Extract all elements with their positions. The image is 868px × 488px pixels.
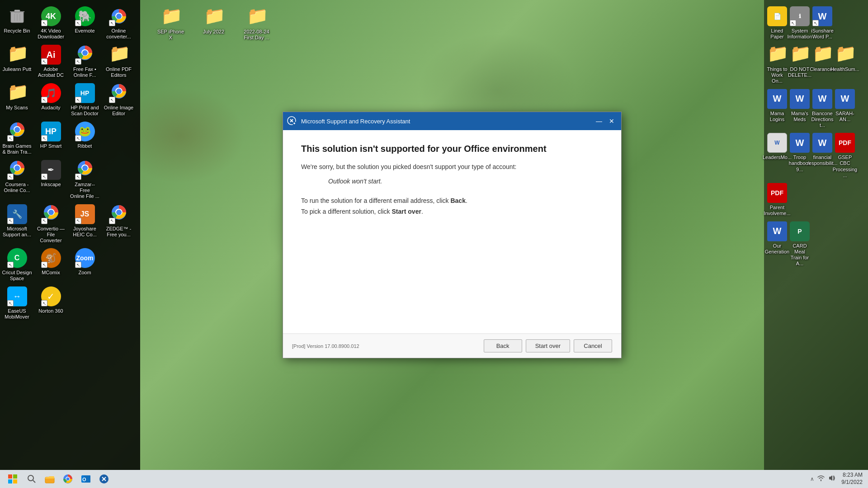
inkscape-icon[interactable]: ✒ ↖ Inkscape (34, 157, 68, 202)
taskbar-search-button[interactable] (24, 471, 40, 487)
lined-paper-icon[interactable]: 📄 Lined Paper (766, 4, 788, 42)
icon-row-6: 🔧 ↖ MicrosoftSupport an... (0, 202, 140, 246)
mamas-meds-doc[interactable]: W Mama's Meds (788, 86, 811, 131)
right-row-5: PDF ParentInvolveme... (766, 180, 866, 219)
ribbet-icon[interactable]: 🐸 ↖ Ribbet (68, 119, 102, 157)
evernote-icon[interactable]: 🐘 ↖ Evernote (68, 4, 102, 42)
dialog-controls: — ✕ (593, 115, 618, 127)
empty-right-6a (811, 219, 834, 269)
date-display: 9/1/2022 (841, 479, 863, 486)
version-text: [Prod] Version 17.00.8900.012 (292, 343, 359, 349)
system-tray: ∧ (810, 474, 836, 483)
zamzar-icon[interactable]: ↖ Zamzar--FreeOnline File ... (68, 157, 102, 202)
dialog-instructions: To run the solution for a different emai… (301, 196, 603, 217)
start-button[interactable] (4, 471, 22, 487)
my-scans-folder[interactable]: 📁 My Scans (0, 80, 34, 119)
joyoshare-icon[interactable]: JS ↖ JoyoshareHEIC Co... (68, 202, 102, 246)
financial-responsibility-doc[interactable]: W financialresponsibilit... (811, 130, 834, 180)
dialog-close-button[interactable]: ✕ (606, 115, 618, 127)
dialog-footer: [Prod] Version 17.00.8900.012 Back Start… (283, 333, 621, 358)
msara-dialog: Microsoft Support and Recovery Assistant… (283, 112, 622, 358)
easeus-icon[interactable]: ↔ ↖ EaseUSMobiMover (0, 284, 34, 322)
taskbar-chrome-button[interactable] (60, 471, 76, 487)
cricut-icon[interactable]: C ↖ Cricut DesignSpace (0, 245, 34, 284)
isunshare-word-icon[interactable]: W ↖ iSunshareWord P... (811, 4, 834, 42)
zedge-icon[interactable]: ↖ ZEDGE™ -Free you... (102, 202, 136, 246)
footer-buttons: Back Start over Cancel (484, 339, 612, 352)
desktop: Recycle Bin 4K ↖ 4K VideoDownloader 🐘 ↖ (0, 0, 868, 470)
wifi-icon[interactable] (817, 474, 825, 483)
tray-expand-icon[interactable]: ∧ (810, 476, 814, 482)
svg-point-11 (82, 50, 88, 56)
back-button[interactable]: Back (484, 339, 522, 352)
empty-right-5a (788, 180, 811, 219)
empty-right-5c (834, 180, 856, 219)
svg-point-14 (116, 89, 122, 94)
empty-slot-5 (102, 157, 136, 202)
card-meal-train-doc[interactable]: P CARD MealTrain for A... (788, 219, 811, 269)
do-not-delete-folder[interactable]: 📁 DO NOTDELETE... (788, 42, 811, 86)
mama-logins-doc[interactable]: W Mama Logins (766, 86, 788, 131)
hp-smart-icon[interactable]: HP ↖ HP Smart (34, 119, 68, 157)
parent-involvement-doc[interactable]: PDF ParentInvolveme... (766, 180, 788, 219)
dialog-heading: This solution isn't supported for your O… (301, 144, 603, 154)
biancone-directions-doc[interactable]: W BianconeDirections t... (811, 86, 834, 131)
empty-slot-8a (68, 284, 102, 322)
right-row-4: W LeadersMo... W Troophandbook 9... W fi… (766, 130, 866, 180)
free-fax-icon[interactable]: ↖ Free Fax •Online F... (68, 42, 102, 80)
msara-title-icon (287, 116, 297, 127)
leaders-mo-doc[interactable]: W LeadersMo... (766, 130, 788, 180)
time-display: 8:23 AM (843, 472, 863, 479)
convertio-icon[interactable]: ↖ Convertio —File Converter (34, 202, 68, 246)
empty-slot-4 (102, 119, 136, 157)
audacity-icon[interactable]: 🎵 ↖ Audacity (34, 80, 68, 119)
julieann-putt-folder[interactable]: 📁 Julieann Putt (0, 42, 34, 80)
dialog-issue: Outlook won't start. (328, 178, 603, 185)
svg-rect-37 (8, 479, 12, 483)
online-converter-icon[interactable]: ↖ Onlineconverter... (102, 4, 136, 42)
svg-point-17 (14, 127, 20, 132)
svg-rect-35 (8, 474, 12, 479)
online-image-editor-icon[interactable]: ↖ Online ImageEditor (102, 80, 136, 119)
hp-scan-doctor-icon[interactable]: HP ↖ HP Print andScan Doctor (68, 80, 102, 119)
start-over-button[interactable]: Start over (526, 339, 570, 352)
brain-games-icon[interactable]: ↖ Brain Games& Brain Tra... (0, 119, 34, 157)
healthsum-folder[interactable]: 📁 HealthSum... (834, 42, 856, 86)
icon-row-7: C ↖ Cricut DesignSpace 🐒 ↖ MComix (0, 245, 140, 284)
system-information-icon[interactable]: ℹ ↖ SystemInformation (788, 4, 811, 42)
empty-right-6b (834, 219, 856, 269)
cancel-button[interactable]: Cancel (574, 339, 612, 352)
4k-video-icon[interactable]: 4K ↖ 4K VideoDownloader (34, 4, 68, 42)
gsep-cbc-doc[interactable]: PDF GSEP CBCProcessing ... (834, 130, 856, 180)
msara-desktop-icon[interactable]: 🔧 ↖ MicrosoftSupport an... (0, 202, 34, 246)
zoom-icon[interactable]: Zoom ↖ Zoom (68, 245, 102, 284)
things-to-work-folder[interactable]: 📁 Things toWork On... (766, 42, 788, 86)
coursera-icon[interactable]: ↖ Coursera -Online Co... (0, 157, 34, 202)
recycle-bin-icon[interactable]: Recycle Bin (0, 4, 34, 42)
clock[interactable]: 8:23 AM 9/1/2022 (840, 472, 864, 486)
svg-point-23 (82, 165, 88, 171)
right-row-2: 📁 Things toWork On... 📁 DO NOTDELETE... … (766, 42, 866, 86)
taskbar: O ∧ (0, 470, 868, 488)
adobe-acrobat-icon[interactable]: Ai ↖ AdobeAcrobat DC (34, 42, 68, 80)
taskbar-outlook-button[interactable]: O (78, 471, 94, 487)
norton-icon[interactable]: ✓ ↖ Norton 360 (34, 284, 68, 322)
dialog-instruction-1: To run the solution for a different emai… (301, 196, 603, 206)
empty-right-5b (811, 180, 834, 219)
our-generation-doc[interactable]: W OurGeneration (766, 219, 788, 269)
taskbar-file-explorer-button[interactable] (42, 471, 58, 487)
empty-slot-7 (102, 245, 136, 284)
taskbar-msara-button[interactable] (96, 471, 112, 487)
empty-right-1 (834, 4, 856, 42)
taskbar-right: ∧ 8:23 AM 9/1/2022 (810, 472, 864, 486)
mcomix-icon[interactable]: 🐒 ↖ MComix (34, 245, 68, 284)
online-pdf-folder[interactable]: 📁 Online PDFEditors (102, 42, 136, 80)
volume-icon[interactable] (828, 474, 836, 483)
svg-rect-36 (13, 474, 17, 479)
right-row-6: W OurGeneration P CARD MealTrain for A..… (766, 219, 866, 269)
svg-text:O: O (82, 477, 86, 482)
clearances-folder[interactable]: 📁 Clearances (811, 42, 834, 86)
sarah-an-doc[interactable]: W SARAH-AN... (834, 86, 856, 131)
dialog-minimize-button[interactable]: — (593, 115, 605, 127)
dialog-subtitle: We're sorry, but the solution you picked… (301, 163, 603, 170)
